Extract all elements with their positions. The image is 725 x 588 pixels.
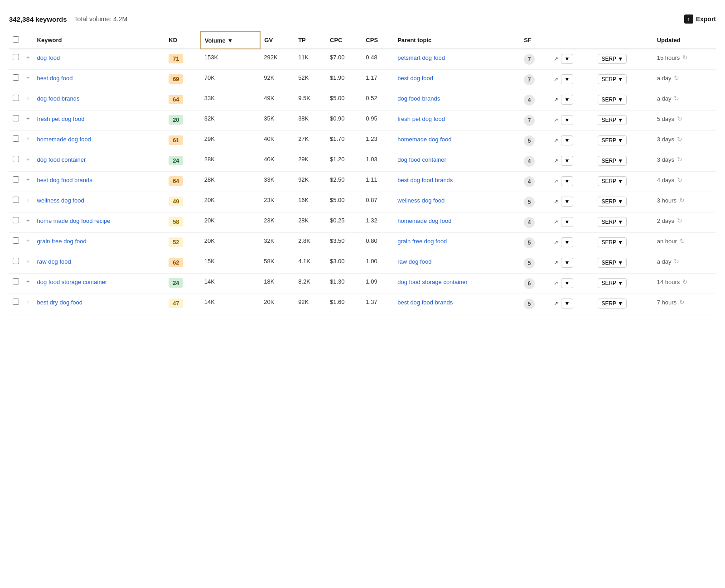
- sf-col-header: SF: [520, 32, 550, 49]
- row-expand[interactable]: +: [23, 233, 34, 253]
- row-expand[interactable]: +: [23, 212, 34, 233]
- trend-dropdown[interactable]: ▼: [561, 197, 574, 207]
- row-expand[interactable]: +: [23, 90, 34, 111]
- serp-dropdown[interactable]: SERP ▼: [598, 217, 627, 227]
- row-checkbox[interactable]: [13, 115, 19, 121]
- trend-dropdown[interactable]: ▼: [561, 176, 574, 186]
- refresh-icon[interactable]: ↻: [682, 278, 688, 285]
- keyword-link[interactable]: raw dog food: [37, 258, 71, 265]
- select-all-checkbox[interactable]: [13, 36, 19, 43]
- trend-dropdown[interactable]: ▼: [561, 299, 574, 308]
- refresh-icon[interactable]: ↻: [680, 237, 685, 245]
- keyword-link[interactable]: best dog food brands: [37, 177, 92, 183]
- parent-topic-link[interactable]: best dog food brands: [397, 299, 453, 306]
- serp-dropdown[interactable]: SERP ▼: [598, 115, 627, 125]
- trend-dropdown[interactable]: ▼: [561, 74, 574, 84]
- keyword-link[interactable]: grain free dog food: [37, 238, 87, 245]
- row-checkbox[interactable]: [13, 197, 19, 203]
- keyword-link[interactable]: home made dog food recipe: [37, 217, 111, 224]
- row-expand[interactable]: +: [23, 111, 34, 131]
- parent-topic-link[interactable]: best dog food: [397, 75, 433, 82]
- refresh-icon[interactable]: ↻: [679, 197, 685, 204]
- refresh-icon[interactable]: ↻: [677, 135, 682, 143]
- row-gv: 18K: [260, 274, 295, 294]
- trend-dropdown[interactable]: ▼: [561, 156, 574, 166]
- row-expand[interactable]: +: [23, 151, 34, 172]
- parent-topic-link[interactable]: dog food container: [397, 156, 446, 163]
- refresh-icon[interactable]: ↻: [674, 258, 679, 265]
- parent-topic-link[interactable]: petsmart dog food: [397, 54, 445, 61]
- row-expand[interactable]: +: [23, 274, 34, 294]
- row-checkbox[interactable]: [13, 278, 19, 284]
- serp-dropdown[interactable]: SERP ▼: [598, 156, 627, 166]
- refresh-icon[interactable]: ↻: [677, 115, 682, 122]
- parent-topic-link[interactable]: grain free dog food: [397, 238, 447, 245]
- keyword-link[interactable]: wellness dog food: [37, 197, 84, 204]
- serp-dropdown[interactable]: SERP ▼: [598, 278, 627, 288]
- row-checkbox[interactable]: [13, 135, 19, 142]
- export-button[interactable]: ↑ Export: [684, 14, 716, 24]
- row-checkbox[interactable]: [13, 54, 19, 60]
- parent-topic-link[interactable]: dog food storage container: [397, 279, 468, 285]
- row-expand[interactable]: +: [23, 131, 34, 151]
- row-checkbox[interactable]: [13, 156, 19, 162]
- trend-dropdown[interactable]: ▼: [561, 278, 574, 288]
- row-expand[interactable]: +: [23, 294, 34, 314]
- row-expand[interactable]: +: [23, 49, 34, 70]
- keyword-link[interactable]: homemade dog food: [37, 136, 91, 143]
- serp-dropdown[interactable]: SERP ▼: [598, 95, 627, 105]
- volume-col-header[interactable]: Volume ▼: [201, 32, 261, 49]
- row-volume: 20K: [201, 233, 261, 253]
- row-keyword: home made dog food recipe: [34, 212, 165, 233]
- parent-topic-link[interactable]: dog food brands: [397, 95, 440, 102]
- keyword-link[interactable]: dog food: [37, 54, 60, 61]
- trend-dropdown[interactable]: ▼: [561, 217, 574, 227]
- trend-dropdown[interactable]: ▼: [561, 95, 574, 105]
- row-checkbox[interactable]: [13, 74, 19, 81]
- serp-dropdown[interactable]: SERP ▼: [598, 135, 627, 145]
- trend-dropdown[interactable]: ▼: [561, 135, 574, 145]
- row-expand[interactable]: +: [23, 70, 34, 90]
- refresh-icon[interactable]: ↻: [677, 176, 682, 183]
- refresh-icon[interactable]: ↻: [679, 299, 685, 306]
- parent-topic-link[interactable]: wellness dog food: [397, 197, 445, 204]
- keyword-link[interactable]: dog food brands: [37, 95, 80, 102]
- trend-dropdown[interactable]: ▼: [561, 237, 574, 247]
- row-expand[interactable]: +: [23, 172, 34, 192]
- row-checkbox[interactable]: [13, 95, 19, 101]
- parent-topic-link[interactable]: homemade dog food: [397, 217, 451, 224]
- trend-dropdown[interactable]: ▼: [561, 115, 574, 125]
- row-checkbox[interactable]: [13, 237, 19, 244]
- serp-dropdown[interactable]: SERP ▼: [598, 74, 627, 84]
- parent-topic-link[interactable]: fresh pet dog food: [397, 116, 445, 122]
- refresh-icon[interactable]: ↻: [682, 54, 688, 61]
- serp-dropdown[interactable]: SERP ▼: [598, 237, 627, 247]
- refresh-icon[interactable]: ↻: [677, 217, 682, 224]
- refresh-icon[interactable]: ↻: [677, 156, 682, 163]
- keyword-link[interactable]: best dry dog food: [37, 299, 82, 306]
- trend-dropdown[interactable]: ▼: [561, 54, 574, 64]
- keyword-link[interactable]: fresh pet dog food: [37, 116, 85, 122]
- parent-topic-link[interactable]: best dog food brands: [397, 177, 453, 183]
- keyword-link[interactable]: best dog food: [37, 75, 73, 82]
- keyword-link[interactable]: dog food container: [37, 156, 86, 163]
- serp-dropdown[interactable]: SERP ▼: [598, 197, 627, 207]
- row-expand[interactable]: +: [23, 192, 34, 212]
- keyword-link[interactable]: dog food storage container: [37, 279, 107, 285]
- row-expand[interactable]: +: [23, 253, 34, 274]
- row-checkbox[interactable]: [13, 258, 19, 264]
- refresh-icon[interactable]: ↻: [674, 74, 679, 82]
- row-checkbox[interactable]: [13, 176, 19, 183]
- row-cps: 1.37: [362, 294, 394, 314]
- parent-topic-link[interactable]: raw dog food: [397, 258, 431, 265]
- serp-dropdown[interactable]: SERP ▼: [598, 258, 627, 268]
- serp-dropdown[interactable]: SERP ▼: [598, 176, 627, 186]
- row-checkbox[interactable]: [13, 217, 19, 223]
- parent-topic-link[interactable]: homemade dog food: [397, 136, 451, 143]
- row-checkbox[interactable]: [13, 299, 19, 305]
- serp-dropdown[interactable]: SERP ▼: [598, 54, 627, 64]
- row-cps: 1.03: [362, 151, 394, 172]
- refresh-icon[interactable]: ↻: [674, 95, 679, 102]
- serp-dropdown[interactable]: SERP ▼: [598, 299, 627, 308]
- trend-dropdown[interactable]: ▼: [561, 258, 574, 268]
